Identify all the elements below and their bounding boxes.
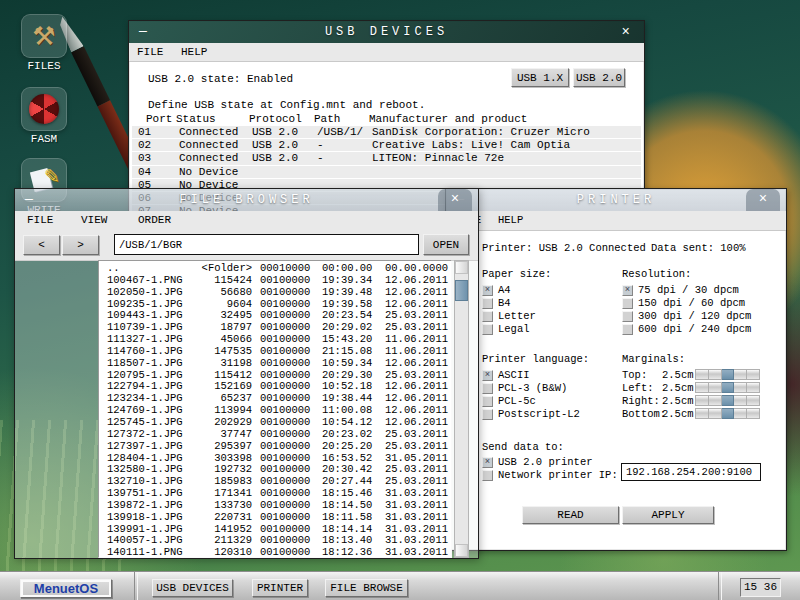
slider-track-cell[interactable]: [709, 369, 722, 380]
forward-button[interactable]: >: [62, 235, 99, 255]
checkbox[interactable]: [482, 311, 493, 322]
menu-help[interactable]: HELP: [181, 46, 207, 58]
checkbox[interactable]: [622, 298, 633, 309]
slider-thumb[interactable]: [722, 382, 735, 393]
menu-view[interactable]: VIEW: [81, 214, 107, 226]
desktop-icon-files[interactable]: ⚒ FILES: [20, 14, 68, 72]
checkbox-option[interactable]: Legal: [482, 323, 612, 336]
close-icon[interactable]: ×: [746, 189, 780, 211]
marginal-slider[interactable]: [695, 369, 760, 380]
checkbox[interactable]: ×: [482, 370, 493, 381]
slider-track-cell[interactable]: [695, 369, 709, 380]
marginal-slider[interactable]: [695, 395, 760, 406]
cell: 20:29.30: [322, 370, 372, 382]
file-browser-title-bar[interactable]: — FILE BROWSER ×: [15, 189, 478, 212]
slider-thumb[interactable]: [722, 395, 735, 406]
cell: 65237: [157, 393, 252, 405]
menu-order[interactable]: ORDER: [138, 214, 171, 226]
checkbox[interactable]: ×: [482, 285, 493, 296]
checkbox[interactable]: [482, 396, 493, 407]
scrollbar-top-cap[interactable]: [455, 261, 468, 274]
checkbox[interactable]: [482, 324, 493, 335]
checkbox[interactable]: [482, 409, 493, 420]
checkbox-option[interactable]: ×ASCII: [482, 369, 622, 382]
network-printer-ip-field[interactable]: [621, 463, 761, 481]
slider-track-cell[interactable]: [734, 395, 747, 406]
apply-button[interactable]: APPLY: [622, 506, 714, 524]
checkbox[interactable]: ×: [622, 285, 633, 296]
checkbox[interactable]: [622, 324, 633, 335]
marginal-slider[interactable]: [695, 382, 760, 393]
slider-track-cell[interactable]: [734, 408, 747, 419]
close-icon[interactable]: ×: [438, 189, 472, 211]
slider-track-cell[interactable]: [695, 382, 709, 393]
vertical-scrollbar[interactable]: [454, 260, 469, 558]
checkbox-option[interactable]: ×75 dpi / 30 dpcm: [622, 284, 782, 297]
checkbox-option[interactable]: Postscript-L2: [482, 408, 622, 421]
file-row[interactable]: 118507-1.JPG311980010000010:59.3412.06.2…: [99, 358, 451, 370]
cell: 25.03.2011: [385, 322, 448, 334]
slider-track-cell[interactable]: [709, 408, 722, 419]
slider-track-cell[interactable]: [709, 395, 722, 406]
slider-track-cell[interactable]: [734, 382, 747, 393]
checkbox-option[interactable]: Network printer IP:: [482, 469, 642, 482]
checkbox-option[interactable]: 600 dpi / 240 dpcm: [622, 323, 782, 336]
slider-thumb[interactable]: [722, 408, 735, 419]
send-data-options: ×USB 2.0 printerNetwork printer IP:: [482, 456, 642, 482]
scrollbar-bottom-cap[interactable]: [455, 544, 468, 557]
checkbox-option[interactable]: B4: [482, 297, 612, 310]
checkbox-option[interactable]: 300 dpi / 120 dpcm: [622, 310, 782, 323]
checkbox-option[interactable]: ×USB 2.0 printer: [482, 456, 642, 469]
file-row[interactable]: 100467-1.PNG1154240010000019:39.3412.06.…: [99, 275, 451, 287]
file-row[interactable]: 139872-1.JPG1337300010000018:14.5031.03.…: [99, 500, 451, 512]
printer-title-bar[interactable]: — PRINTER ×: [446, 189, 786, 212]
file-row[interactable]: 140111-1.PNG1203100010000018:12.3631.03.…: [99, 547, 451, 558]
checkbox-option[interactable]: Letter: [482, 310, 612, 323]
path-input[interactable]: [114, 234, 419, 255]
slider-track-cell[interactable]: [709, 382, 722, 393]
usb-1x-button[interactable]: USB 1.X: [511, 68, 569, 87]
checkbox-label: Legal: [498, 323, 530, 335]
cell: 12.06.2011: [385, 405, 448, 417]
scrollbar-thumb[interactable]: [455, 280, 468, 301]
cell: -: [317, 152, 324, 164]
menu-help[interactable]: HELP: [498, 214, 523, 226]
file-row[interactable]: 139918-1.JPG2207310010000018:11.5831.03.…: [99, 512, 451, 524]
checkbox-option[interactable]: PCL-5c: [482, 395, 622, 408]
menuetos-start-button[interactable]: MenuetOS: [20, 579, 112, 598]
file-row[interactable]: 127372-1.JPG377470010000020:23.0225.03.2…: [99, 429, 451, 441]
checkbox[interactable]: [482, 383, 493, 394]
slider-track-cell[interactable]: [747, 382, 760, 393]
slider-track-cell[interactable]: [734, 369, 747, 380]
slider-track-cell[interactable]: [747, 408, 760, 419]
file-row[interactable]: 114760-1.JPG1475350010000021:15.0811.06.…: [99, 346, 451, 358]
slider-track-cell[interactable]: [747, 395, 760, 406]
checkbox[interactable]: [482, 470, 493, 481]
task-usb-devices[interactable]: USB DEVICES: [152, 579, 233, 597]
menu-file[interactable]: FILE: [137, 46, 163, 58]
checkbox-option[interactable]: 150 dpi / 60 dpcm: [622, 297, 782, 310]
open-button[interactable]: OPEN: [423, 234, 469, 255]
close-icon[interactable]: ×: [622, 24, 630, 40]
checkbox[interactable]: [482, 298, 493, 309]
checkbox-option[interactable]: ×A4: [482, 284, 612, 297]
task-printer[interactable]: PRINTER: [252, 579, 308, 597]
checkbox-option[interactable]: PCL-3 (B&W): [482, 382, 622, 395]
usb-title-bar[interactable]: — USB DEVICES ×: [129, 21, 644, 43]
slider-thumb[interactable]: [722, 369, 735, 380]
back-button[interactable]: <: [23, 235, 60, 255]
desktop-icon-fasm[interactable]: FASM: [20, 87, 68, 145]
menu-file[interactable]: FILE: [27, 214, 53, 226]
slider-track-cell[interactable]: [695, 395, 709, 406]
checkbox[interactable]: ×: [482, 457, 493, 468]
cell: 21:15.08: [322, 346, 372, 358]
file-row[interactable]: 102050-1.JPG566800010000019:39.4812.06.2…: [99, 287, 451, 299]
slider-track-cell[interactable]: [695, 408, 709, 419]
task-file-browser[interactable]: FILE BROWSE: [325, 579, 408, 597]
usb-20-button[interactable]: USB 2.0: [573, 68, 625, 87]
slider-track-cell[interactable]: [747, 369, 760, 380]
checkbox[interactable]: [622, 311, 633, 322]
marginal-slider[interactable]: [695, 408, 760, 419]
file-row[interactable]: 127397-1.JPG2953970010000020:25.2025.03.…: [99, 441, 451, 453]
read-button[interactable]: READ: [522, 506, 619, 524]
